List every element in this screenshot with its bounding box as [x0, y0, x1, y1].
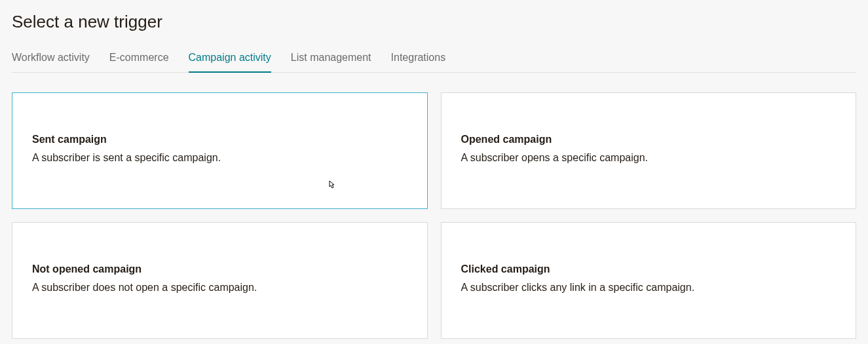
card-title: Opened campaign: [461, 134, 837, 145]
card-description: A subscriber clicks any link in a specif…: [461, 282, 837, 294]
tab-list-management[interactable]: List management: [291, 52, 371, 73]
trigger-card-clicked-campaign[interactable]: Clicked campaign A subscriber clicks any…: [441, 222, 857, 339]
tab-ecommerce[interactable]: E-commerce: [109, 52, 169, 73]
trigger-card-opened-campaign[interactable]: Opened campaign A subscriber opens a spe…: [441, 92, 857, 209]
page-title: Select a new trigger: [12, 12, 856, 32]
card-title: Sent campaign: [32, 134, 407, 145]
card-description: A subscriber does not open a specific ca…: [32, 282, 407, 294]
trigger-card-sent-campaign[interactable]: Sent campaign A subscriber is sent a spe…: [12, 92, 428, 209]
trigger-card-not-opened-campaign[interactable]: Not opened campaign A subscriber does no…: [12, 222, 428, 339]
tabs-container: Workflow activity E-commerce Campaign ac…: [12, 52, 856, 73]
card-title: Clicked campaign: [461, 263, 837, 275]
trigger-cards-grid: Sent campaign A subscriber is sent a spe…: [12, 92, 856, 339]
tab-integrations[interactable]: Integrations: [391, 52, 446, 73]
card-description: A subscriber opens a specific campaign.: [461, 152, 837, 164]
tab-campaign-activity[interactable]: Campaign activity: [189, 52, 271, 73]
card-description: A subscriber is sent a specific campaign…: [32, 152, 407, 164]
card-title: Not opened campaign: [32, 263, 407, 275]
tab-workflow-activity[interactable]: Workflow activity: [12, 52, 90, 73]
